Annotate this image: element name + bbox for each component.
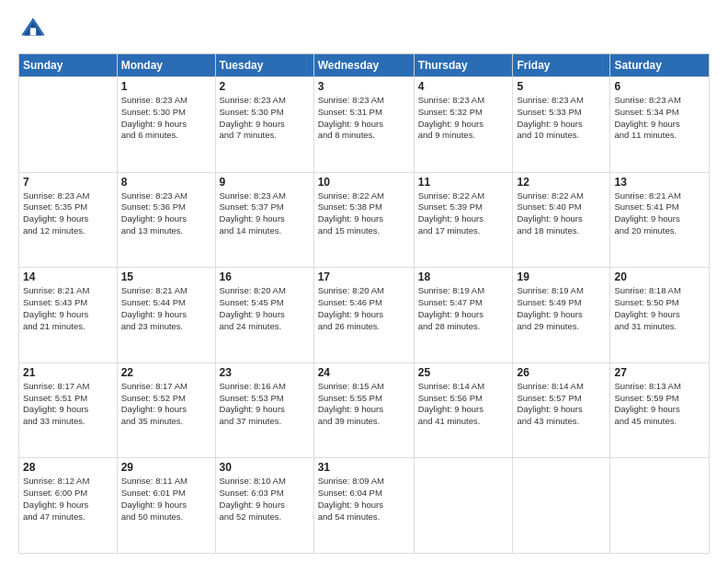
calendar-cell: 13Sunrise: 8:21 AMSunset: 5:41 PMDayligh… xyxy=(610,172,710,268)
calendar-cell: 7Sunrise: 8:23 AMSunset: 5:35 PMDaylight… xyxy=(19,172,118,268)
day-info: Sunrise: 8:21 AMSunset: 5:43 PMDaylight:… xyxy=(23,285,113,332)
day-info: Sunrise: 8:09 AMSunset: 6:04 PMDaylight:… xyxy=(318,476,410,523)
day-number: 8 xyxy=(121,176,211,189)
day-info: Sunrise: 8:21 AMSunset: 5:44 PMDaylight:… xyxy=(121,285,211,332)
calendar-cell: 8Sunrise: 8:23 AMSunset: 5:36 PMDaylight… xyxy=(117,172,215,268)
day-info: Sunrise: 8:22 AMSunset: 5:40 PMDaylight:… xyxy=(517,190,606,237)
calendar-cell: 15Sunrise: 8:21 AMSunset: 5:44 PMDayligh… xyxy=(117,268,215,363)
weekday-header-row: SundayMondayTuesdayWednesdayThursdayFrid… xyxy=(19,54,710,77)
calendar-cell: 24Sunrise: 8:15 AMSunset: 5:55 PMDayligh… xyxy=(313,362,414,458)
weekday-header-friday: Friday xyxy=(513,54,610,77)
calendar-cell: 10Sunrise: 8:22 AMSunset: 5:38 PMDayligh… xyxy=(313,172,414,268)
day-info: Sunrise: 8:23 AMSunset: 5:36 PMDaylight:… xyxy=(121,190,211,237)
calendar-cell: 16Sunrise: 8:20 AMSunset: 5:45 PMDayligh… xyxy=(215,268,313,363)
day-info: Sunrise: 8:23 AMSunset: 5:30 PMDaylight:… xyxy=(220,95,310,142)
day-info: Sunrise: 8:13 AMSunset: 5:59 PMDaylight:… xyxy=(614,381,705,428)
calendar-cell: 21Sunrise: 8:17 AMSunset: 5:51 PMDayligh… xyxy=(19,362,118,458)
day-info: Sunrise: 8:19 AMSunset: 5:47 PMDaylight:… xyxy=(418,285,509,332)
day-info: Sunrise: 8:20 AMSunset: 5:46 PMDaylight:… xyxy=(318,285,410,332)
calendar-cell: 18Sunrise: 8:19 AMSunset: 5:47 PMDayligh… xyxy=(414,268,513,363)
calendar-cell: 28Sunrise: 8:12 AMSunset: 6:00 PMDayligh… xyxy=(19,458,118,554)
weekday-header-monday: Monday xyxy=(117,54,215,77)
day-info: Sunrise: 8:23 AMSunset: 5:35 PMDaylight:… xyxy=(23,190,113,237)
day-info: Sunrise: 8:14 AMSunset: 5:56 PMDaylight:… xyxy=(418,381,509,428)
day-info: Sunrise: 8:14 AMSunset: 5:57 PMDaylight:… xyxy=(517,381,606,428)
calendar-cell: 29Sunrise: 8:11 AMSunset: 6:01 PMDayligh… xyxy=(117,458,215,554)
svg-rect-2 xyxy=(30,28,36,35)
weekday-header-wednesday: Wednesday xyxy=(313,54,414,77)
calendar-cell xyxy=(414,458,513,554)
day-number: 20 xyxy=(614,270,705,283)
day-number: 31 xyxy=(318,461,410,474)
day-info: Sunrise: 8:21 AMSunset: 5:41 PMDaylight:… xyxy=(614,190,705,237)
day-number: 27 xyxy=(614,366,705,379)
calendar-cell: 3Sunrise: 8:23 AMSunset: 5:31 PMDaylight… xyxy=(313,77,414,173)
day-number: 24 xyxy=(318,366,410,379)
day-info: Sunrise: 8:17 AMSunset: 5:52 PMDaylight:… xyxy=(121,381,211,428)
day-number: 18 xyxy=(418,270,509,283)
day-number: 19 xyxy=(517,270,606,283)
calendar-cell: 25Sunrise: 8:14 AMSunset: 5:56 PMDayligh… xyxy=(414,362,513,458)
day-number: 30 xyxy=(220,461,310,474)
day-number: 15 xyxy=(121,270,211,283)
day-info: Sunrise: 8:18 AMSunset: 5:50 PMDaylight:… xyxy=(614,285,705,332)
day-number: 17 xyxy=(318,270,410,283)
day-number: 21 xyxy=(23,366,113,379)
day-info: Sunrise: 8:23 AMSunset: 5:30 PMDaylight:… xyxy=(121,95,211,142)
weekday-header-tuesday: Tuesday xyxy=(215,54,313,77)
calendar-week-row: 21Sunrise: 8:17 AMSunset: 5:51 PMDayligh… xyxy=(19,362,710,458)
calendar-cell: 5Sunrise: 8:23 AMSunset: 5:33 PMDaylight… xyxy=(513,77,610,173)
calendar-cell: 11Sunrise: 8:22 AMSunset: 5:39 PMDayligh… xyxy=(414,172,513,268)
calendar-week-row: 28Sunrise: 8:12 AMSunset: 6:00 PMDayligh… xyxy=(19,458,710,554)
day-number: 1 xyxy=(121,80,211,93)
weekday-header-saturday: Saturday xyxy=(610,54,710,77)
page: SundayMondayTuesdayWednesdayThursdayFrid… xyxy=(0,0,728,563)
day-number: 4 xyxy=(418,80,509,93)
day-number: 10 xyxy=(318,176,410,189)
calendar-cell: 12Sunrise: 8:22 AMSunset: 5:40 PMDayligh… xyxy=(513,172,610,268)
logo xyxy=(18,15,51,44)
day-info: Sunrise: 8:19 AMSunset: 5:49 PMDaylight:… xyxy=(517,285,606,332)
weekday-header-thursday: Thursday xyxy=(414,54,513,77)
calendar-cell: 1Sunrise: 8:23 AMSunset: 5:30 PMDaylight… xyxy=(117,77,215,173)
day-number: 5 xyxy=(517,80,606,93)
header xyxy=(18,15,710,44)
calendar-cell: 19Sunrise: 8:19 AMSunset: 5:49 PMDayligh… xyxy=(513,268,610,363)
calendar-cell: 23Sunrise: 8:16 AMSunset: 5:53 PMDayligh… xyxy=(215,362,313,458)
calendar-cell: 17Sunrise: 8:20 AMSunset: 5:46 PMDayligh… xyxy=(313,268,414,363)
day-number: 23 xyxy=(220,366,310,379)
calendar-cell: 2Sunrise: 8:23 AMSunset: 5:30 PMDaylight… xyxy=(215,77,313,173)
day-number: 2 xyxy=(220,80,310,93)
calendar-cell: 14Sunrise: 8:21 AMSunset: 5:43 PMDayligh… xyxy=(19,268,118,363)
day-number: 6 xyxy=(614,80,705,93)
day-info: Sunrise: 8:20 AMSunset: 5:45 PMDaylight:… xyxy=(220,285,310,332)
day-number: 22 xyxy=(121,366,211,379)
calendar-table: SundayMondayTuesdayWednesdayThursdayFrid… xyxy=(18,53,710,554)
day-info: Sunrise: 8:12 AMSunset: 6:00 PMDaylight:… xyxy=(23,476,113,523)
calendar-cell: 22Sunrise: 8:17 AMSunset: 5:52 PMDayligh… xyxy=(117,362,215,458)
calendar-cell xyxy=(513,458,610,554)
day-number: 3 xyxy=(318,80,410,93)
day-info: Sunrise: 8:23 AMSunset: 5:37 PMDaylight:… xyxy=(220,190,310,237)
calendar-cell xyxy=(19,77,118,173)
calendar-cell: 26Sunrise: 8:14 AMSunset: 5:57 PMDayligh… xyxy=(513,362,610,458)
day-info: Sunrise: 8:16 AMSunset: 5:53 PMDaylight:… xyxy=(220,381,310,428)
day-number: 14 xyxy=(23,270,113,283)
day-info: Sunrise: 8:23 AMSunset: 5:34 PMDaylight:… xyxy=(614,95,705,142)
day-info: Sunrise: 8:22 AMSunset: 5:38 PMDaylight:… xyxy=(318,190,410,237)
day-number: 12 xyxy=(517,176,606,189)
day-number: 25 xyxy=(418,366,509,379)
day-info: Sunrise: 8:23 AMSunset: 5:31 PMDaylight:… xyxy=(318,95,410,142)
calendar-cell: 9Sunrise: 8:23 AMSunset: 5:37 PMDaylight… xyxy=(215,172,313,268)
calendar-cell: 30Sunrise: 8:10 AMSunset: 6:03 PMDayligh… xyxy=(215,458,313,554)
day-info: Sunrise: 8:17 AMSunset: 5:51 PMDaylight:… xyxy=(23,381,113,428)
day-number: 11 xyxy=(418,176,509,189)
day-number: 28 xyxy=(23,461,113,474)
calendar-cell xyxy=(610,458,710,554)
day-info: Sunrise: 8:22 AMSunset: 5:39 PMDaylight:… xyxy=(418,190,509,237)
day-info: Sunrise: 8:23 AMSunset: 5:32 PMDaylight:… xyxy=(418,95,509,142)
calendar-week-row: 7Sunrise: 8:23 AMSunset: 5:35 PMDaylight… xyxy=(19,172,710,268)
calendar-cell: 6Sunrise: 8:23 AMSunset: 5:34 PMDaylight… xyxy=(610,77,710,173)
calendar-cell: 31Sunrise: 8:09 AMSunset: 6:04 PMDayligh… xyxy=(313,458,414,554)
calendar-week-row: 14Sunrise: 8:21 AMSunset: 5:43 PMDayligh… xyxy=(19,268,710,363)
